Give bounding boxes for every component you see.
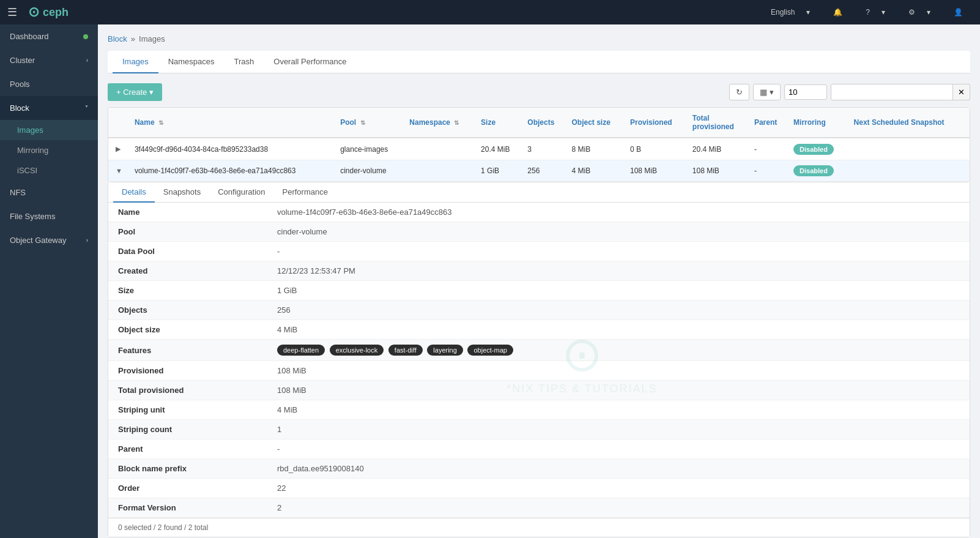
detail-label-name: Name (108, 203, 267, 222)
sidebar-item-dashboard[interactable]: Dashboard (0, 24, 98, 48)
grid-icon: ▦ (760, 88, 767, 97)
detail-value-data-pool: - (267, 242, 970, 261)
detail-value-total-provisioned: 108 MiB (267, 381, 970, 400)
col-header-pool[interactable]: Pool ⇅ (335, 108, 404, 138)
ceph-icon: ⊙ (28, 4, 39, 20)
cell-object-size: 8 MiB (567, 138, 625, 160)
view-toggle-button[interactable]: ▦ ▾ (753, 84, 781, 100)
sidebar-item-block[interactable]: Block ˅ (0, 96, 98, 120)
detail-value-block-name-prefix: rbd_data.ee9519008140 (267, 459, 970, 479)
detail-table: Name volume-1f4c09f7-e63b-46e3-8e6e-ea71… (108, 203, 970, 518)
sidebar-sub-item-mirroring[interactable]: Mirroring (0, 140, 98, 160)
breadcrumb-parent[interactable]: Block (108, 34, 127, 43)
language-arrow-icon: ▾ (801, 6, 815, 19)
cell-provisioned: 0 B (625, 138, 688, 160)
sidebar-item-pools[interactable]: Pools (0, 72, 98, 96)
help-arrow-icon: ▾ (877, 6, 890, 19)
hamburger-icon[interactable]: ☰ (7, 6, 17, 19)
refresh-icon: ↻ (736, 88, 743, 97)
clear-search-button[interactable]: ✕ (953, 84, 970, 100)
detail-row-features: Features deep-flatten exclusive-lock fas… (108, 340, 970, 361)
row-collapse-button[interactable]: ▼ (113, 166, 125, 176)
cell-next-snapshot (849, 138, 970, 160)
cell-mirroring: Disabled (789, 138, 848, 160)
feature-badge-exclusive-lock: exclusive-lock (330, 345, 384, 356)
notifications-button[interactable]: 🔔 (823, 3, 852, 21)
sidebar-item-label: NFS (10, 188, 26, 197)
navbar: ☰ ⊙ ceph English ▾ 🔔 ? ▾ ⚙ ▾ 👤 (0, 0, 980, 24)
detail-tab-details[interactable]: Details (113, 182, 155, 203)
detail-label-order: Order (108, 479, 267, 498)
sidebar-item-nfs[interactable]: NFS (0, 181, 98, 204)
detail-value-size: 1 GiB (267, 281, 970, 301)
detail-row-data-pool: Data Pool - (108, 242, 970, 261)
page-size-input[interactable] (784, 84, 827, 100)
create-dropdown-arrow-icon: ▾ (149, 88, 154, 97)
col-header-parent: Parent (749, 108, 789, 138)
settings-button[interactable]: ⚙ ▾ (899, 3, 940, 21)
language-selector[interactable]: English ▾ (761, 3, 820, 21)
breadcrumb-separator: » (131, 34, 135, 43)
chevron-right-icon: › (86, 57, 88, 64)
detail-label-parent: Parent (108, 439, 267, 459)
chevron-right-icon: › (86, 237, 88, 244)
detail-tab-configuration[interactable]: Configuration (209, 182, 273, 203)
tab-overall-performance[interactable]: Overall Performance (264, 51, 356, 73)
sidebar-item-cluster[interactable]: Cluster › (0, 48, 98, 72)
tab-namespaces[interactable]: Namespaces (158, 51, 225, 73)
detail-value-order: 22 (267, 479, 970, 498)
feature-badge-layering: layering (427, 345, 463, 356)
row-expand-button[interactable]: ▶ (113, 144, 123, 154)
feature-badge-fast-diff: fast-diff (388, 345, 423, 356)
view-arrow-icon: ▾ (770, 88, 774, 97)
tab-images[interactable]: Images (113, 51, 158, 73)
col-header-object-size: Object size (567, 108, 625, 138)
detail-label-size: Size (108, 281, 267, 301)
sidebar-sub-item-iscsi[interactable]: iSCSI (0, 160, 98, 181)
search-input[interactable] (831, 84, 953, 100)
user-button[interactable]: 👤 (944, 3, 973, 21)
detail-label-striping-unit: Striping unit (108, 400, 267, 420)
detail-value-created: 12/12/23 12:53:47 PM (267, 261, 970, 281)
sort-icon: ⇅ (158, 119, 163, 126)
detail-label-format-version: Format Version (108, 498, 267, 518)
dashboard-status-dot (83, 34, 88, 39)
sidebar-item-label: Pools (10, 80, 30, 89)
create-button[interactable]: + Create ▾ (108, 83, 162, 101)
sidebar-item-file-systems[interactable]: File Systems (0, 204, 98, 228)
detail-value-object-size: 4 MiB (267, 320, 970, 340)
detail-tab-snapshots[interactable]: Snapshots (155, 182, 209, 203)
main-tabs: Images Namespaces Trash Overall Performa… (108, 51, 970, 73)
col-header-mirroring: Mirroring (789, 108, 848, 138)
col-header-namespace[interactable]: Namespace ⇅ (404, 108, 476, 138)
cell-pool: glance-images (335, 138, 404, 160)
detail-value-pool: cinder-volume (267, 222, 970, 242)
cell-parent: - (749, 138, 789, 160)
detail-value-striping-count: 1 (267, 420, 970, 439)
cell-total-provisioned: 108 MiB (688, 160, 749, 182)
feature-badge-deep-flatten: deep-flatten (277, 345, 325, 356)
help-icon: ? (861, 6, 875, 19)
sidebar-sub-item-images[interactable]: Images (0, 120, 98, 140)
brand-logo: ⊙ ceph (28, 4, 69, 20)
detail-label-pool: Pool (108, 222, 267, 242)
detail-label-total-provisioned: Total provisioned (108, 381, 267, 400)
user-icon: 👤 (949, 6, 968, 19)
detail-label-striping-count: Striping count (108, 420, 267, 439)
help-button[interactable]: ? ▾ (856, 3, 895, 21)
sidebar-item-object-gateway[interactable]: Object Gateway › (0, 228, 98, 252)
main-container: Dashboard Cluster › Pools Block ˅ Images… (0, 24, 980, 538)
col-header-name[interactable]: Name ⇅ (130, 108, 335, 138)
detail-row-total-provisioned: Total provisioned 108 MiB (108, 381, 970, 400)
detail-label-objects: Objects (108, 301, 267, 320)
table-row: ▶ 3f449c9f-d96d-4034-84ca-fb895233ad38 g… (108, 138, 970, 160)
cell-name: 3f449c9f-d96d-4034-84ca-fb895233ad38 (130, 138, 335, 160)
detail-tab-performance[interactable]: Performance (274, 182, 336, 203)
detail-row-size: Size 1 GiB (108, 281, 970, 301)
sidebar-sub-item-label: Images (17, 125, 43, 135)
refresh-button[interactable]: ↻ (729, 84, 749, 100)
sidebar-item-label: Block (10, 103, 29, 113)
settings-arrow-icon: ▾ (922, 6, 935, 19)
detail-label-block-name-prefix: Block name prefix (108, 459, 267, 479)
tab-trash[interactable]: Trash (225, 51, 264, 73)
